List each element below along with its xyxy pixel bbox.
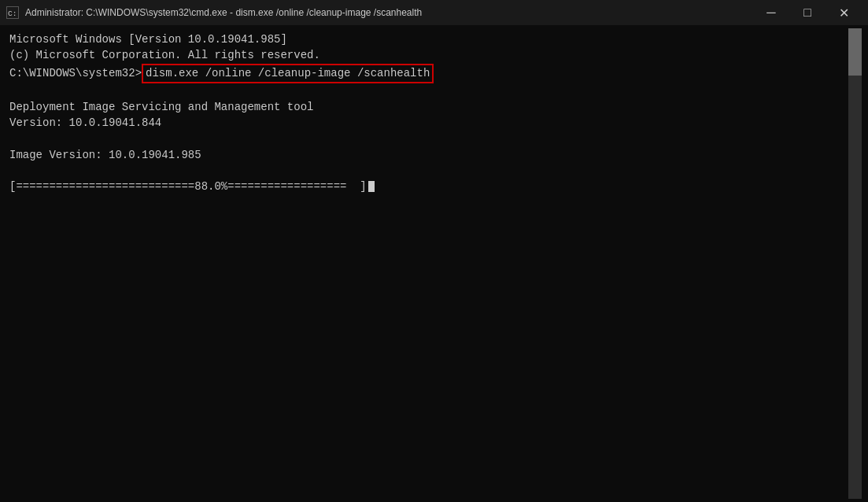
title-bar: C: Administrator: C:\WINDOWS\system32\cm… [0, 0, 868, 25]
close-button[interactable]: ✕ [826, 0, 862, 25]
cmd-icon: C: [6, 6, 19, 19]
console-line-5: Version: 10.0.19041.844 [9, 115, 845, 131]
empty-line-3 [9, 163, 845, 179]
console-line-1: Microsoft Windows [Version 10.0.19041.98… [9, 31, 845, 47]
maximize-button[interactable]: □ [789, 0, 826, 25]
console-line-4: Deployment Image Servicing and Managemen… [9, 99, 845, 115]
scrollbar-thumb[interactable] [848, 28, 862, 76]
title-bar-left: C: Administrator: C:\WINDOWS\system32\cm… [6, 6, 422, 19]
svg-text:C:: C: [8, 9, 17, 18]
prompt: C:\WINDOWS\system32> [9, 65, 142, 81]
scrollbar[interactable] [848, 28, 862, 499]
command-line: C:\WINDOWS\system32>dism.exe /online /cl… [9, 64, 845, 84]
empty-line-1 [9, 83, 845, 99]
command-text: dism.exe /online /cleanup-image /scanhea… [142, 64, 434, 84]
console-content: Microsoft Windows [Version 10.0.19041.98… [6, 28, 848, 499]
minimize-button[interactable]: ─ [753, 0, 789, 25]
cmd-window: C: Administrator: C:\WINDOWS\system32\cm… [0, 0, 868, 502]
cursor [368, 181, 375, 192]
console-line-2: (c) Microsoft Corporation. All rights re… [9, 47, 845, 63]
progress-line: [===========================88.0%=======… [9, 179, 845, 194]
console-area[interactable]: Microsoft Windows [Version 10.0.19041.98… [0, 25, 868, 502]
progress-text: [===========================88.0%=======… [9, 179, 367, 194]
window-title: Administrator: C:\WINDOWS\system32\cmd.e… [25, 7, 422, 18]
title-bar-controls: ─ □ ✕ [753, 0, 862, 25]
empty-line-2 [9, 131, 845, 147]
console-line-7: Image Version: 10.0.19041.985 [9, 147, 845, 163]
